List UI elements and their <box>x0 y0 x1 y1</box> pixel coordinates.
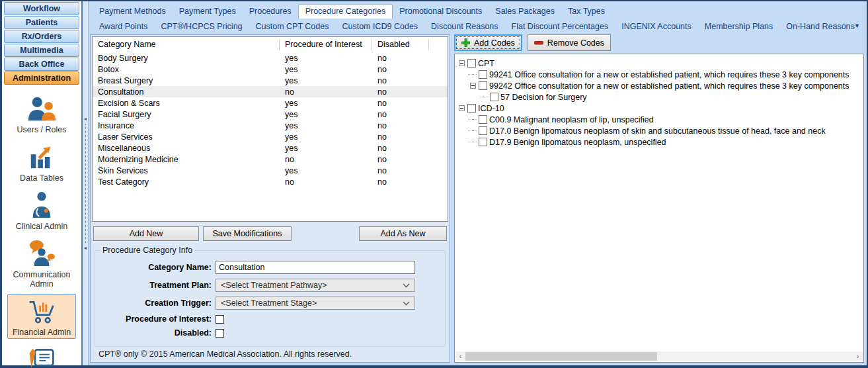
code-checkbox[interactable] <box>479 138 487 146</box>
save-modifications-button[interactable]: Save Modifications <box>203 226 292 241</box>
horizontal-scrollbar[interactable]: ‹ › <box>455 351 863 361</box>
table-row-skin-services[interactable]: Skin Servicesyesno <box>93 165 448 176</box>
table-row-body-surgery[interactable]: Body Surgeryyesno <box>93 52 448 64</box>
code-checkbox[interactable] <box>479 81 487 90</box>
tab-cpt-hcpcs-pricing[interactable]: CPT®/HCPCS Pricing <box>154 20 249 34</box>
tree-node-cpt[interactable]: CPT <box>459 58 862 69</box>
procedure-of-interest-label: Procedure of Interest: <box>100 314 212 324</box>
add-as-new-button[interactable]: Add As New <box>359 226 447 241</box>
tree-node-99242[interactable]: 99242 Office consultation for a new or e… <box>459 80 862 91</box>
remove-codes-button[interactable]: Remove Codes <box>528 34 611 51</box>
sidebar-item-document-templates[interactable]: Document Templates▼ <box>7 342 76 368</box>
main-area: Payment MethodsPayment TypesProceduresPr… <box>89 1 867 365</box>
tab-flat-discount-percentages[interactable]: Flat Discount Percentages <box>505 20 615 34</box>
sidebar-item-clinical-admin[interactable]: Clinical Admin <box>7 188 76 233</box>
form-row-category-name: Category Name: <box>100 261 440 274</box>
minus-icon <box>534 38 543 47</box>
category-actions: Add New Save Modifications Add As New <box>93 226 447 241</box>
procedure-of-interest-checkbox[interactable] <box>216 315 224 324</box>
table-row-laser-services[interactable]: Laser Servicesyesno <box>93 131 448 142</box>
code-checkbox[interactable] <box>479 115 487 124</box>
bar-chart-icon <box>28 142 56 171</box>
code-checkbox[interactable] <box>479 70 487 79</box>
add-new-button[interactable]: Add New <box>93 226 199 241</box>
tab-tax-types[interactable]: Tax Types <box>561 5 612 19</box>
collapse-icon[interactable] <box>470 83 476 89</box>
creation-trigger-select[interactable]: <Select Treatment Stage> <box>216 297 415 310</box>
table-row-excision-scars[interactable]: Excision & Scarsyesno <box>93 97 448 109</box>
tab-payment-methods[interactable]: Payment Methods <box>93 5 173 19</box>
category-name-input[interactable] <box>216 261 415 274</box>
tree-node-99241[interactable]: 99241 Office consultation for a new or e… <box>459 69 862 80</box>
tree-node-icd-10[interactable]: ICD-10 <box>459 103 862 114</box>
sidebar-tab-multimedia[interactable]: Multimedia <box>4 44 79 57</box>
tab-membership-plans[interactable]: Membership Plans <box>698 20 780 34</box>
procedure-of-interest-cell: yes <box>280 132 372 142</box>
tab-payment-types[interactable]: Payment Types <box>173 5 243 19</box>
table-row-consultation[interactable]: Consultationnono <box>93 86 448 97</box>
sidebar-item-data-tables[interactable]: Data Tables <box>7 140 76 185</box>
tab-procedures[interactable]: Procedures <box>243 5 298 19</box>
category-name-cell: Breast Surgery <box>93 76 280 85</box>
code-checkbox[interactable] <box>467 59 476 68</box>
table-row-miscellaneous[interactable]: Miscellaneousyesno <box>93 142 448 154</box>
treatment-plan-select[interactable]: <Select Treatment Pathway> <box>216 279 415 292</box>
sidebar-tab-workflow[interactable]: Workflow <box>4 2 79 15</box>
table-row-breast-surgery[interactable]: Breast Surgeryyesno <box>93 75 448 86</box>
code-label: C00.9 Malignant neoplasm of lip, unspeci… <box>489 115 654 124</box>
sidebar-item-users-roles[interactable]: Users / Roles <box>7 91 76 136</box>
tree-node-d17-9[interactable]: D17.9 Benign lipomatous neoplasm, unspec… <box>459 136 862 148</box>
tab-ingenix-accounts[interactable]: INGENIX Accounts <box>615 20 698 34</box>
collapse-left-icon[interactable]: ◄ <box>83 246 88 250</box>
tab-promotional-discounts[interactable]: Promotional Discounts <box>393 5 489 19</box>
sidebar-item-financial-admin[interactable]: Financial Admin <box>7 294 76 339</box>
tree-node-d17-0[interactable]: D17.0 Benign lipomatous neoplasm of skin… <box>459 125 862 136</box>
tab-custom-icd9-codes[interactable]: Custom ICD9 Codes <box>335 20 424 34</box>
category-name-label: Category Name: <box>100 263 212 272</box>
sidebar-item-communication-admin[interactable]: Communication Admin <box>7 236 76 291</box>
sidebar-tab-patients[interactable]: Patients <box>4 16 79 29</box>
tab-on-hand-reasons[interactable]: On-Hand Reasons <box>779 20 861 34</box>
category-name-cell: Facial Surgery <box>93 110 280 119</box>
sidebar-splitter[interactable]: ◄ ◄ <box>81 1 89 365</box>
shopping-cart-icon <box>27 297 56 326</box>
tab-sales-packages[interactable]: Sales Packages <box>489 5 561 19</box>
tree-node-57[interactable]: 57 Decision for Surgery <box>459 91 862 103</box>
tab-custom-cpt-codes[interactable]: Custom CPT Codes <box>249 20 336 34</box>
splitter-grip[interactable] <box>85 124 86 243</box>
form-row-procedure-of-interest: Procedure of Interest: <box>100 314 440 324</box>
table-row-test-category[interactable]: Test Categorynono <box>93 176 448 187</box>
tab-procedure-categories[interactable]: Procedure Categories <box>298 4 393 19</box>
tab-overflow-chevron-down-icon[interactable]: ▼ <box>854 23 860 29</box>
sidebar-tab-administration[interactable]: Administration <box>4 71 79 85</box>
tab-discount-reasons[interactable]: Discount Reasons <box>424 20 504 34</box>
tab-award-points[interactable]: Award Points <box>93 20 154 34</box>
plus-icon <box>461 38 470 47</box>
scrollbar-thumb[interactable] <box>465 352 657 361</box>
table-row-insurance[interactable]: Insuranceyesno <box>93 120 448 131</box>
table-row-botox[interactable]: Botoxyesno <box>93 64 448 75</box>
disabled-cell: no <box>372 121 429 130</box>
collapse-left-icon[interactable]: ◄ <box>83 116 88 121</box>
scroll-right-icon[interactable]: › <box>853 351 863 361</box>
collapse-icon[interactable] <box>459 60 465 66</box>
table-row-modernizing-medicine[interactable]: Modernizing Medicinenono <box>93 154 448 165</box>
column-header-disabled[interactable]: Disabled <box>372 39 429 50</box>
tree-connector <box>468 74 477 75</box>
tree-connector <box>479 97 488 97</box>
sidebar-tab-back-office[interactable]: Back Office <box>4 58 79 71</box>
table-row-facial-surgery[interactable]: Facial Surgeryyesno <box>93 109 448 120</box>
code-checkbox[interactable] <box>490 93 498 101</box>
column-header-procedure-of-interest[interactable]: Procedure of Interest <box>280 39 372 50</box>
column-header-category-name[interactable]: Category Name <box>93 39 280 50</box>
add-codes-button[interactable]: Add Codes <box>454 34 522 51</box>
tree-node-c00-9[interactable]: C00.9 Malignant neoplasm of lip, unspeci… <box>459 114 862 125</box>
scroll-left-icon[interactable]: ‹ <box>455 351 465 361</box>
disabled-checkbox[interactable] <box>216 329 224 338</box>
collapse-icon[interactable] <box>459 105 465 111</box>
code-checkbox[interactable] <box>479 126 487 135</box>
sidebar-tab-rx-orders[interactable]: Rx/Orders <box>4 30 79 43</box>
code-checkbox[interactable] <box>467 104 476 113</box>
code-label: 99241 Office consultation for a new or e… <box>489 70 849 79</box>
tree-connector <box>468 119 477 120</box>
